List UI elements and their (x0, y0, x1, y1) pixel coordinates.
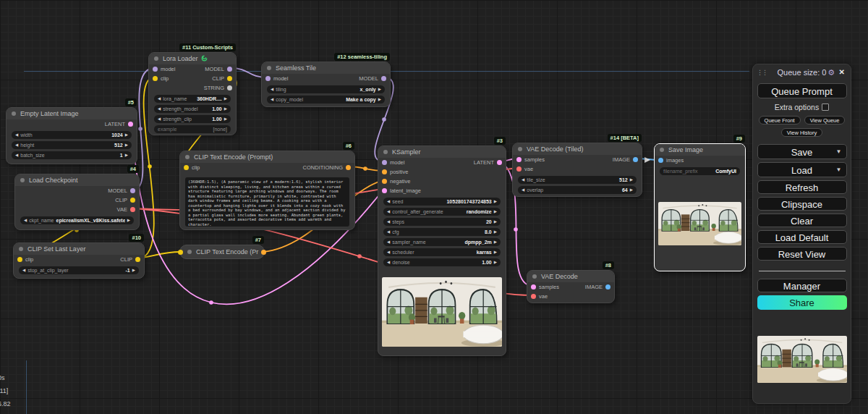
view-queue-button[interactable]: View Queue (804, 116, 846, 124)
view-history-button[interactable]: View History (781, 128, 823, 137)
reset-view-button[interactable]: Reset View (757, 247, 847, 261)
node-load-checkpoint[interactable]: #4 Load Checkpoint MODEL CLIP VAE ◀ckpt_… (14, 174, 140, 230)
widget-steps[interactable]: ◀steps20▶ (383, 218, 501, 226)
decrement-icon: ◀ (15, 151, 18, 159)
collapse-dot[interactable] (185, 155, 190, 159)
output-port-image[interactable] (605, 284, 610, 290)
prev-icon: ◀ (158, 95, 161, 103)
input-port-clip[interactable] (17, 257, 22, 262)
node-title: Empty Latent Image (20, 110, 79, 117)
output-port-conditioning[interactable] (261, 250, 266, 255)
node-clip-set-last-layer[interactable]: #10 CLIP Set Last Layer clip CLIP ◀stop_… (13, 242, 145, 279)
output-port-image[interactable] (633, 157, 638, 162)
queue-prompt-button[interactable]: Queue Prompt (757, 83, 847, 98)
gear-icon[interactable]: ⚙ (827, 64, 835, 80)
widget-sampler-name[interactable]: ◀sampler_namedpmpp_2m▶ (383, 238, 501, 246)
node-seamless-tile[interactable]: #12 seamless-tiling Seamless Tile model … (261, 62, 391, 107)
drag-handle-icon[interactable]: ⋮⋮ (757, 64, 767, 80)
collapse-dot[interactable] (187, 250, 192, 254)
output-port-string[interactable] (227, 85, 232, 90)
widget-ckpt-name[interactable]: ◀ckpt_nameepicrealismXL_v8Kiss.safete...… (20, 216, 134, 224)
collapse-dot[interactable] (12, 111, 16, 116)
output-port-conditioning[interactable] (346, 165, 351, 170)
manager-button[interactable]: Manager (757, 279, 847, 292)
clear-button[interactable]: Clear (757, 214, 847, 227)
widget-example[interactable]: example[none] (154, 125, 231, 133)
widget-lora-name[interactable]: ◀lora_name360HDR....▶ (154, 95, 231, 103)
node-vae-decode-tiled[interactable]: #14 [BETA] VAE Decode (Tiled) samples IM… (512, 143, 642, 197)
input-port-vae[interactable] (516, 166, 522, 172)
input-port-clip[interactable] (184, 165, 189, 170)
load-default-button[interactable]: Load Default (757, 230, 847, 244)
input-port-vae[interactable] (531, 294, 536, 299)
widget-tiling[interactable]: ◀tilingx_only▶ (267, 85, 385, 93)
input-port-samples[interactable] (516, 157, 522, 162)
input-port-images[interactable] (658, 158, 663, 163)
output-port-latent[interactable] (128, 122, 133, 127)
widget-filename-prefix[interactable]: filename_prefixComfyUI (660, 167, 740, 175)
output-port-clip[interactable] (130, 198, 135, 203)
widget-cfg[interactable]: ◀cfg8.0▶ (383, 228, 501, 236)
collapse-dot[interactable] (154, 56, 158, 61)
input-port-clip[interactable] (178, 250, 183, 255)
widget-height[interactable]: ◀height512▶ (12, 141, 132, 149)
close-icon[interactable]: ✕ (839, 64, 845, 80)
custom-scripts-icon (201, 54, 208, 64)
share-button[interactable]: Share (757, 295, 847, 310)
extra-options-checkbox[interactable] (822, 104, 829, 111)
widget-denoise[interactable]: ◀denoise1.00▶ (383, 258, 501, 266)
load-button[interactable]: Load▼ (757, 162, 847, 177)
node-save-image[interactable]: #9 Save Image images filename_prefixComf… (654, 143, 746, 271)
input-port-negative[interactable] (382, 179, 387, 184)
widget-strength-model[interactable]: ◀strength_model1.00▶ (154, 105, 231, 113)
node-empty-latent-image[interactable]: #5 Empty Latent Image LATENT ◀width1024▶… (6, 107, 137, 164)
node-ksampler[interactable]: #3 KSampler model LATENT positive negati… (378, 145, 506, 356)
widget-overlap[interactable]: ◀overlap64▶ (518, 186, 637, 194)
node-lora-loader[interactable]: #11 Custom-Scripts Lora Loader model MOD… (148, 52, 237, 135)
prev-icon: ◀ (387, 238, 390, 246)
widget-batch-size[interactable]: ◀batch_size1▶ (12, 151, 132, 159)
input-port-model[interactable] (153, 67, 158, 72)
output-port-model[interactable] (381, 76, 386, 81)
widget-width[interactable]: ◀width1024▶ (12, 131, 132, 139)
output-port-clip[interactable] (227, 76, 232, 81)
refresh-button[interactable]: Refresh (757, 180, 847, 194)
node-vae-decode[interactable]: #8 VAE Decode samples IMAGE vae (527, 270, 615, 303)
node-badge: #5 (125, 98, 137, 106)
widget-stop-at-clip-layer[interactable]: ◀stop_at_clip_layer-1▶ (19, 266, 139, 274)
next-icon: ▶ (378, 85, 381, 93)
widget-copy-model[interactable]: ◀copy_modelMake a copy▶ (267, 96, 385, 104)
collapse-dot[interactable] (20, 178, 25, 182)
widget-seed[interactable]: ◀seed1052801743724853▶ (383, 198, 501, 206)
output-port-model[interactable] (130, 188, 135, 193)
gallery-thumbnail[interactable] (757, 336, 847, 383)
input-port-positive[interactable] (382, 169, 387, 174)
widget-scheduler[interactable]: ◀schedulerkarras▶ (383, 248, 501, 256)
decrement-icon: ◀ (522, 186, 524, 194)
input-port-model[interactable] (382, 160, 387, 165)
output-port-vae[interactable] (130, 207, 135, 212)
node-clip-text-encode-negative-collapsed[interactable]: #7 CLIP Text Encode (Pr (179, 245, 265, 259)
clipspace-button[interactable]: Clipspace (757, 197, 847, 211)
prompt-textarea[interactable]: (360HDR:1.5), (A panoramic view of a mod… (185, 177, 349, 227)
widget-strength-clip[interactable]: ◀strength_clip1.00▶ (154, 115, 231, 123)
output-port-latent[interactable] (497, 160, 502, 165)
node-clip-text-encode-positive[interactable]: #6 CLIP Text Encode (Prompt) clip CONDIT… (179, 151, 355, 230)
input-port-latent-image[interactable] (382, 188, 387, 193)
widget-tile-size[interactable]: ◀tile_size512▶ (518, 176, 637, 184)
collapse-dot[interactable] (383, 150, 388, 154)
collapse-dot[interactable] (660, 148, 664, 152)
input-port-model[interactable] (265, 76, 271, 81)
save-button[interactable]: Save▼ (757, 144, 847, 159)
output-port-model[interactable] (227, 67, 232, 72)
widget-control-after-generate[interactable]: ◀control_after_generaterandomize▶ (383, 208, 501, 216)
input-port-samples[interactable] (531, 284, 536, 290)
collapse-dot[interactable] (518, 147, 522, 151)
node-badge: #3 (494, 137, 506, 145)
output-port-clip[interactable] (135, 257, 140, 262)
queue-front-button[interactable]: Queue Front (759, 116, 801, 124)
collapse-dot[interactable] (267, 66, 271, 70)
input-port-clip[interactable] (153, 76, 158, 81)
collapse-dot[interactable] (19, 247, 23, 251)
collapse-dot[interactable] (532, 274, 537, 279)
